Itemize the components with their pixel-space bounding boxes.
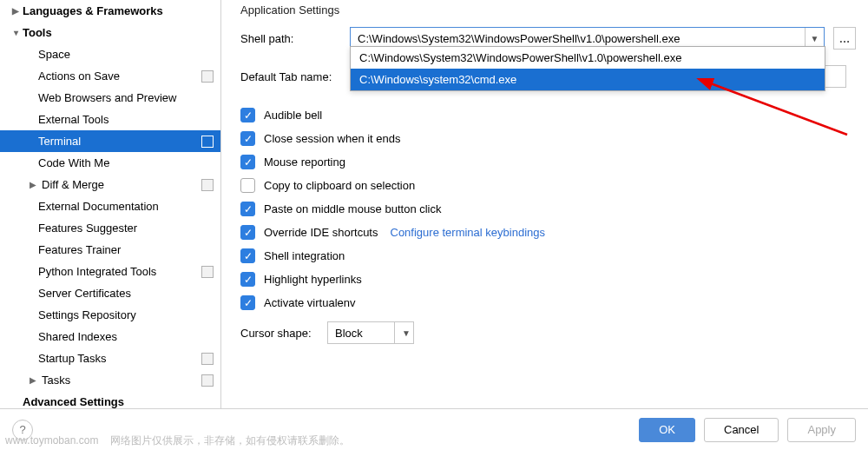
checkbox[interactable]: ✓: [240, 202, 255, 216]
shell-path-dropdown: C:\Windows\System32\WindowsPowerShell\v1…: [350, 46, 825, 91]
sidebar-item-space[interactable]: Space: [0, 43, 220, 65]
checkbox-label[interactable]: Activate virtualenv: [264, 296, 356, 309]
sidebar-item-shared-indexes[interactable]: Shared Indexes: [0, 326, 220, 347]
default-tab-label: Default Tab name:: [240, 70, 350, 83]
sidebar-item-label: Settings Repository: [38, 308, 214, 321]
chevron-right-icon: ▶: [26, 374, 40, 387]
checkbox-row: ✓Activate virtualenv: [240, 291, 856, 314]
checkbox-row: ✓Shell integration: [240, 244, 856, 268]
sidebar-item-label: Languages & Frameworks: [23, 4, 214, 17]
checkbox[interactable]: ✓: [240, 155, 255, 169]
checkbox[interactable]: ✓: [240, 108, 255, 122]
sidebar-item-label: Features Trainer: [38, 243, 214, 256]
dropdown-option[interactable]: C:\Windows\System32\WindowsPowerShell\v1…: [351, 47, 825, 69]
sidebar-item-label: Actions on Save: [38, 69, 201, 83]
sidebar-item-diff-merge[interactable]: ▶Diff & Merge: [0, 174, 220, 195]
sidebar-item-label: Tools: [23, 26, 214, 39]
sidebar-item-server-certificates[interactable]: Server Certificates: [0, 282, 220, 304]
cancel-button[interactable]: Cancel: [704, 418, 779, 442]
dropdown-option[interactable]: C:\Windows\system32\cmd.exe: [351, 69, 825, 90]
checkbox[interactable]: ✓: [240, 131, 255, 146]
checkbox-row: ✓Mouse reporting: [240, 150, 856, 174]
checkbox-row: ✓Audible bell: [240, 103, 856, 127]
checkbox[interactable]: ✓: [240, 248, 255, 263]
checkbox-label[interactable]: Shell integration: [264, 249, 345, 262]
sidebar-item-label: Code With Me: [38, 156, 214, 169]
project-scope-icon: [201, 353, 214, 365]
checkbox-row: ✓Paste on middle mouse button click: [240, 197, 856, 221]
sidebar-item-label: Startup Tasks: [38, 352, 201, 365]
sidebar-item-label: Features Suggester: [38, 222, 214, 235]
chevron-down-icon: ▾: [9, 26, 23, 40]
sidebar-item-features-suggester[interactable]: Features Suggester: [0, 217, 220, 239]
sidebar-item-tasks[interactable]: ▶Tasks: [0, 369, 220, 391]
configure-keybindings-link[interactable]: Configure terminal keybindings: [391, 226, 545, 239]
watermark: www.toymoban.com 网络图片仅供展示，非存储，如有侵权请联系删除。: [5, 433, 350, 448]
sidebar-item-label: Web Browsers and Preview: [38, 91, 214, 104]
chevron-right-icon: ▶: [9, 4, 23, 18]
sidebar-item-tools[interactable]: ▾ Tools: [0, 22, 220, 43]
settings-content: Application Settings Shell path: ▼ … Def…: [221, 0, 868, 408]
ok-button[interactable]: OK: [639, 418, 695, 442]
browse-button[interactable]: …: [833, 27, 856, 50]
cursor-shape-dropdown-button[interactable]: ▼: [394, 322, 413, 343]
sidebar-item-label: Server Certificates: [38, 287, 214, 300]
project-scope-icon: [201, 266, 214, 278]
sidebar-item-advanced[interactable]: Advanced Settings: [0, 391, 220, 408]
checkbox[interactable]: [240, 178, 255, 193]
sidebar-item-web-browsers-and-preview[interactable]: Web Browsers and Preview: [0, 87, 220, 109]
chevron-down-icon: ▼: [395, 328, 413, 338]
checkbox-list: ✓Audible bell✓Close session when it ends…: [240, 103, 856, 314]
checkbox-row: ✓Close session when it ends: [240, 127, 856, 150]
apply-button[interactable]: Apply: [787, 418, 856, 442]
checkbox-row: Copy to clipboard on selection: [240, 174, 856, 197]
section-title: Application Settings: [240, 0, 856, 27]
chevron-right-icon: ▶: [26, 178, 40, 192]
chevron-down-icon: ▼: [811, 34, 819, 43]
sidebar-item-label: External Documentation: [38, 200, 214, 213]
cursor-shape-label: Cursor shape:: [240, 327, 327, 340]
sidebar-item-external-documentation[interactable]: External Documentation: [0, 195, 220, 217]
checkbox-label[interactable]: Mouse reporting: [264, 156, 345, 169]
sidebar-item-label: Shared Indexes: [38, 330, 214, 343]
sidebar-item-label: Tasks: [42, 374, 201, 387]
sidebar-item-languages[interactable]: ▶ Languages & Frameworks: [0, 0, 220, 22]
project-scope-icon: [201, 374, 214, 387]
sidebar-item-label: Python Integrated Tools: [38, 265, 201, 278]
sidebar-item-label: Space: [38, 48, 214, 61]
sidebar-item-terminal[interactable]: Terminal: [0, 130, 220, 152]
sidebar-item-label: Advanced Settings: [23, 395, 214, 408]
project-scope-icon: [201, 179, 214, 191]
sidebar-item-features-trainer[interactable]: Features Trainer: [0, 239, 220, 261]
checkbox-label[interactable]: Copy to clipboard on selection: [264, 179, 415, 192]
watermark-note: 网络图片仅供展示，非存储，如有侵权请联系删除。: [110, 434, 350, 447]
checkbox-label[interactable]: Paste on middle mouse button click: [264, 202, 442, 215]
sidebar-item-settings-repository[interactable]: Settings Repository: [0, 304, 220, 326]
sidebar-item-label: Terminal: [38, 135, 201, 148]
checkbox[interactable]: ✓: [240, 272, 255, 287]
sidebar-item-actions-on-save[interactable]: Actions on Save: [0, 65, 220, 87]
settings-sidebar: ▶ Languages & Frameworks ▾ Tools SpaceAc…: [0, 0, 221, 408]
checkbox-row: ✓Override IDE shortcutsConfigure termina…: [240, 221, 856, 244]
checkbox[interactable]: ✓: [240, 295, 255, 310]
sidebar-item-label: External Tools: [38, 113, 214, 126]
checkbox-label[interactable]: Override IDE shortcuts: [264, 226, 378, 239]
shell-path-label: Shell path:: [240, 32, 350, 45]
sidebar-item-python-integrated-tools[interactable]: Python Integrated Tools: [0, 261, 220, 282]
sidebar-item-label: Diff & Merge: [42, 178, 201, 191]
checkbox-row: ✓Highlight hyperlinks: [240, 268, 856, 291]
watermark-host: www.toymoban.com: [5, 434, 98, 447]
project-scope-icon: [201, 70, 214, 83]
checkbox-label[interactable]: Close session when it ends: [264, 132, 401, 145]
cursor-shape-select[interactable]: Block ▼: [327, 321, 414, 344]
sidebar-item-code-with-me[interactable]: Code With Me: [0, 152, 220, 174]
cursor-shape-value: Block: [328, 327, 394, 340]
sidebar-item-external-tools[interactable]: External Tools: [0, 109, 220, 130]
project-scope-icon: [201, 136, 214, 148]
checkbox-label[interactable]: Audible bell: [264, 109, 322, 122]
checkbox-label[interactable]: Highlight hyperlinks: [264, 273, 362, 286]
checkbox[interactable]: ✓: [240, 225, 255, 240]
sidebar-item-startup-tasks[interactable]: Startup Tasks: [0, 347, 220, 369]
